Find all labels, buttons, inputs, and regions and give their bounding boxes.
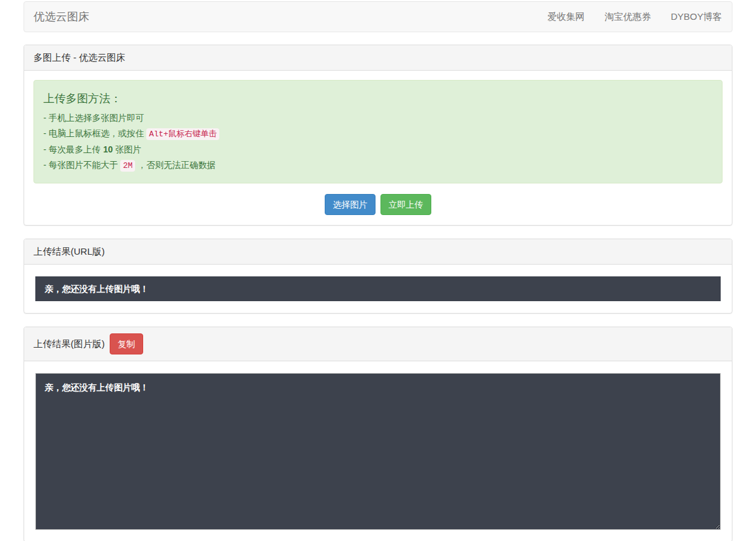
instruction-line-2: - 电脑上鼠标框选，或按住 Alt+鼠标右键单击 [43,126,713,142]
max-size-code: 2M [120,160,135,172]
alt-right-click-code: Alt+鼠标右键单击 [146,128,219,140]
image-result-panel-title: 上传结果(图片版) [33,338,105,350]
upload-panel: 多图上传 - 优选云图床 上传多图方法： - 手机上选择多张图片即可 - 电脑上… [24,45,732,226]
url-result-box: 亲，您还没有上传图片哦！ [35,276,721,301]
url-result-panel-body: 亲，您还没有上传图片哦！ [24,265,732,313]
upload-panel-body: 上传多图方法： - 手机上选择多张图片即可 - 电脑上鼠标框选，或按住 Alt+… [24,71,732,225]
upload-buttons-row: 选择图片 立即上传 [33,193,723,216]
instruction-line-3: - 每次最多上传 10 张图片 [43,142,713,157]
nav-link-taobao-coupon[interactable]: 淘宝优惠券 [594,2,661,32]
url-result-panel-title: 上传结果(URL版) [33,246,105,257]
image-result-textarea[interactable]: 亲，您还没有上传图片哦！ [35,373,721,530]
choose-images-button[interactable]: 选择图片 [325,194,376,215]
max-count-value: 10 [103,144,113,154]
upload-instructions-alert: 上传多图方法： - 手机上选择多张图片即可 - 电脑上鼠标框选，或按住 Alt+… [33,80,723,183]
nav-link-dyboy-blog[interactable]: DYBOY博客 [661,2,732,32]
navbar-links: 爱收集网 淘宝优惠券 DYBOY博客 [537,2,732,32]
url-result-empty-message: 亲，您还没有上传图片哦！ [45,284,149,294]
instruction-line-1: - 手机上选择多张图片即可 [43,110,713,126]
image-result-panel-body: 亲，您还没有上传图片哦！ [24,361,732,541]
copy-button[interactable]: 复制 [110,333,143,354]
page-container: 优选云图床 爱收集网 淘宝优惠券 DYBOY博客 多图上传 - 优选云图床 上传… [24,1,732,541]
instruction-line-4: - 每张图片不能大于 2M ，否则无法正确数据 [43,157,713,174]
instructions-heading: 上传多图方法： [43,91,713,106]
nav-link-aishouji[interactable]: 爱收集网 [537,2,594,32]
image-result-panel: 上传结果(图片版) 复制 亲，您还没有上传图片哦！ [24,327,732,541]
url-result-panel-heading: 上传结果(URL版) [24,239,732,265]
image-result-panel-heading: 上传结果(图片版) 复制 [24,327,732,361]
upload-panel-heading: 多图上传 - 优选云图床 [24,45,732,71]
upload-panel-title: 多图上传 - 优选云图床 [33,52,125,63]
navbar: 优选云图床 爱收集网 淘宝优惠券 DYBOY博客 [24,1,732,32]
upload-now-button[interactable]: 立即上传 [380,194,431,215]
url-result-panel: 上传结果(URL版) 亲，您还没有上传图片哦！ [24,239,732,314]
brand-link[interactable]: 优选云图床 [24,2,99,32]
